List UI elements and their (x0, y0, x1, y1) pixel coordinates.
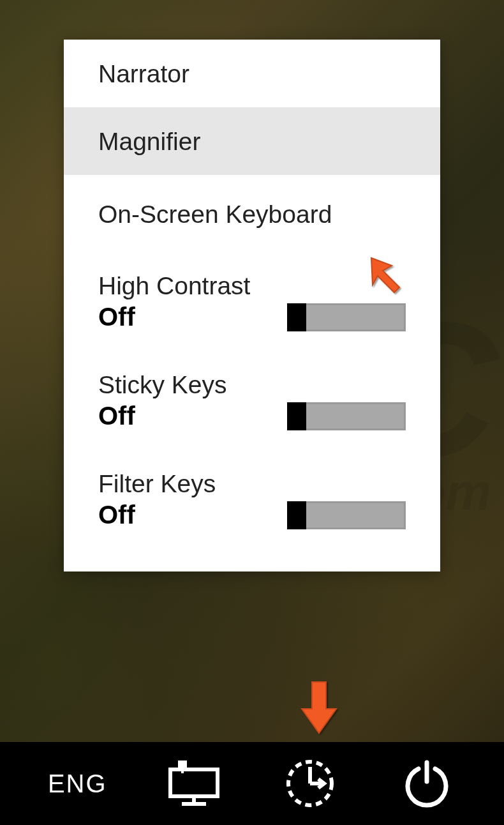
menu-item-label: Narrator (98, 60, 189, 87)
ease-of-access-button[interactable] (269, 742, 352, 825)
menu-item-label: On-Screen Keyboard (98, 201, 332, 228)
toggle-switch[interactable] (287, 303, 406, 331)
menu-item-magnifier[interactable]: Magnifier (64, 107, 440, 175)
toggle-label: High Contrast (98, 272, 406, 300)
toggle-state: Off (98, 303, 135, 331)
toggle-label: Filter Keys (98, 470, 406, 498)
toggle-label: Sticky Keys (98, 371, 406, 399)
toggle-switch[interactable] (287, 501, 406, 529)
toggle-state: Off (98, 402, 135, 430)
menu-item-on-screen-keyboard[interactable]: On-Screen Keyboard (64, 175, 440, 253)
toggle-high-contrast: High Contrast Off (64, 253, 440, 354)
monitor-network-icon (165, 761, 223, 806)
svg-rect-0 (170, 769, 218, 796)
taskbar: ENG (0, 742, 504, 825)
power-icon (402, 759, 452, 808)
language-indicator[interactable]: ENG (36, 742, 119, 825)
ease-of-access-icon (283, 757, 337, 810)
toggle-state: Off (98, 501, 135, 529)
power-button[interactable] (385, 742, 468, 825)
language-label: ENG (48, 769, 107, 798)
ease-of-access-menu: Narrator Magnifier On-Screen Keyboard Hi… (64, 40, 440, 571)
menu-item-narrator[interactable]: Narrator (64, 40, 440, 107)
toggle-filter-keys: Filter Keys Off (64, 453, 440, 552)
menu-item-label: Magnifier (98, 128, 200, 155)
svg-rect-3 (178, 761, 187, 768)
network-button[interactable] (152, 742, 235, 825)
toggle-switch[interactable] (287, 402, 406, 430)
toggle-sticky-keys: Sticky Keys Off (64, 354, 440, 453)
